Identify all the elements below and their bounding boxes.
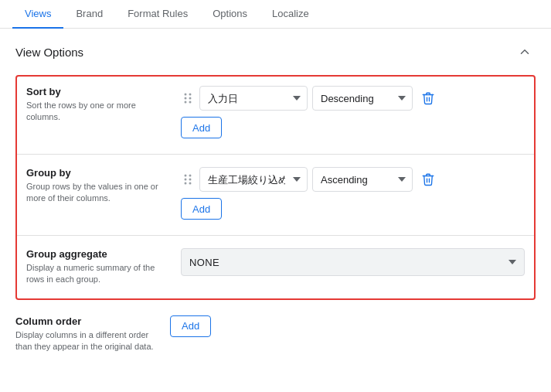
sort-order-select[interactable]: Descending Ascending bbox=[312, 86, 413, 111]
sort-delete-button[interactable] bbox=[417, 87, 439, 109]
group-by-desc: Group rows by the values in one or more … bbox=[26, 181, 172, 205]
svg-point-4 bbox=[185, 101, 187, 104]
group-by-section: Group by Group rows by the values in one… bbox=[26, 167, 525, 220]
column-order-label: Column order bbox=[15, 315, 161, 327]
svg-point-10 bbox=[185, 182, 187, 185]
svg-point-1 bbox=[189, 94, 192, 96]
svg-point-8 bbox=[185, 179, 187, 181]
svg-point-3 bbox=[189, 97, 192, 100]
collapse-button[interactable] bbox=[514, 41, 536, 63]
group-aggregate-label: Group aggregate bbox=[26, 248, 172, 260]
svg-point-6 bbox=[185, 175, 187, 177]
section-header: View Options bbox=[15, 41, 536, 63]
column-order-section: Column order Display columns in a differ… bbox=[15, 315, 536, 353]
group-column-select[interactable]: 生産工場絞り込め 入力日 bbox=[199, 167, 308, 192]
group-order-select[interactable]: Ascending Descending bbox=[312, 167, 413, 192]
svg-point-5 bbox=[189, 101, 192, 104]
group-by-label-col: Group by Group rows by the values in one… bbox=[26, 167, 181, 205]
svg-point-2 bbox=[185, 97, 187, 100]
group-by-label: Group by bbox=[26, 167, 172, 179]
tab-format-rules[interactable]: Format Rules bbox=[115, 0, 200, 29]
main-content: View Options Sort by Sort the rows by on… bbox=[0, 29, 551, 387]
tab-views[interactable]: Views bbox=[12, 0, 63, 29]
group-add-button[interactable]: Add bbox=[181, 198, 222, 220]
group-delete-button[interactable] bbox=[417, 169, 439, 190]
sort-by-label-col: Sort by Sort the rows by one or more col… bbox=[26, 86, 181, 124]
sort-by-label: Sort by bbox=[26, 86, 172, 97]
group-aggregate-section: Group aggregate Display a numeric summar… bbox=[26, 248, 525, 286]
group-aggregate-label-col: Group aggregate Display a numeric summar… bbox=[26, 248, 181, 286]
column-order-desc: Display columns in a different order tha… bbox=[15, 329, 161, 353]
column-order-add-button[interactable]: Add bbox=[170, 315, 211, 337]
column-order-controls: Add bbox=[170, 315, 536, 337]
group-drag-handle[interactable] bbox=[181, 171, 195, 188]
divider-2 bbox=[17, 235, 534, 236]
tab-bar: Views Brand Format Rules Options Localiz… bbox=[0, 0, 551, 29]
svg-point-0 bbox=[185, 94, 187, 96]
sort-drag-handle[interactable] bbox=[181, 90, 195, 107]
section-title: View Options bbox=[15, 46, 83, 59]
group-aggregate-desc: Display a numeric summary of the rows in… bbox=[26, 262, 172, 286]
sort-by-row-1: 入力日 生産工場絞り込め Descending Ascending bbox=[181, 86, 525, 111]
group-by-row-1: 生産工場絞り込め 入力日 Ascending Descending bbox=[181, 167, 525, 192]
divider-1 bbox=[17, 154, 534, 155]
options-container: Sort by Sort the rows by one or more col… bbox=[15, 75, 536, 300]
group-aggregate-controls: NONE COUNT SUM AVERAGE MIN MAX bbox=[181, 248, 525, 276]
group-aggregate-select[interactable]: NONE COUNT SUM AVERAGE MIN MAX bbox=[181, 248, 525, 276]
tab-brand[interactable]: Brand bbox=[63, 0, 115, 29]
sort-by-desc: Sort the rows by one or more columns. bbox=[26, 100, 172, 124]
column-order-label-col: Column order Display columns in a differ… bbox=[15, 315, 170, 353]
group-by-controls: 生産工場絞り込め 入力日 Ascending Descending bbox=[181, 167, 525, 220]
svg-point-9 bbox=[189, 179, 192, 181]
sort-add-button[interactable]: Add bbox=[181, 117, 222, 138]
svg-point-7 bbox=[189, 175, 192, 177]
tab-localize[interactable]: Localize bbox=[260, 0, 321, 29]
tab-options[interactable]: Options bbox=[200, 0, 260, 29]
sort-column-select[interactable]: 入力日 生産工場絞り込め bbox=[199, 86, 308, 111]
sort-by-controls: 入力日 生産工場絞り込め Descending Ascending bbox=[181, 86, 525, 138]
svg-point-11 bbox=[189, 182, 192, 185]
sort-by-section: Sort by Sort the rows by one or more col… bbox=[26, 86, 525, 138]
